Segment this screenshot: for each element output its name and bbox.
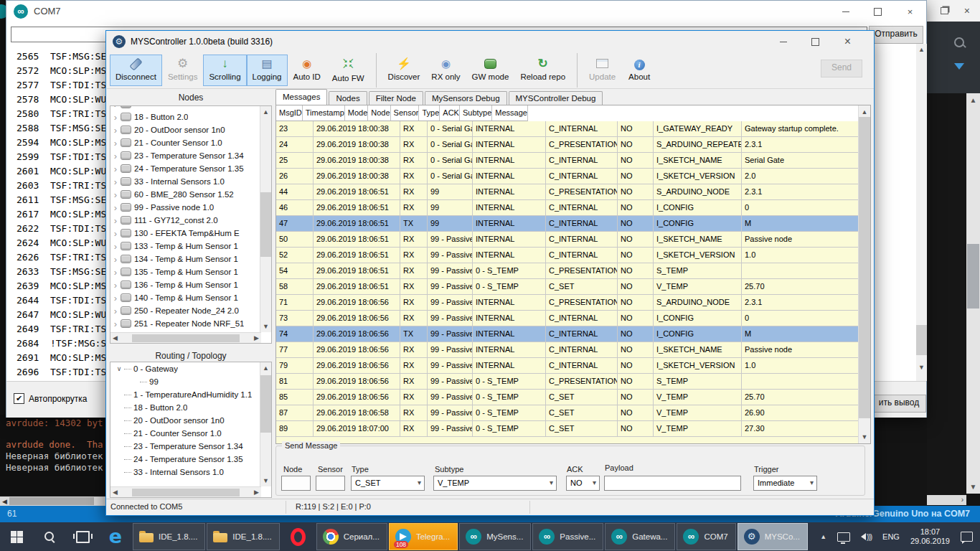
scrollbar-thumb[interactable] bbox=[916, 325, 927, 355]
expand-icon[interactable]: › bbox=[111, 125, 120, 136]
toolbar-button[interactable]: Settings bbox=[162, 55, 204, 86]
table-vertical-scrollbar[interactable]: ▲ ▼ bbox=[858, 105, 870, 443]
search-button[interactable] bbox=[33, 522, 66, 551]
scroll-left-icon[interactable]: ◀ bbox=[0, 498, 9, 505]
close-button[interactable]: × bbox=[894, 1, 926, 22]
node-tree-item[interactable]: › 250 - Repeater Node_24 2.0 bbox=[111, 304, 260, 317]
node-tree-item[interactable]: › 136 - Temp & Hum Sensor 1 bbox=[111, 278, 260, 291]
routing-tree-item[interactable]: 1 - TemperatureAndHumidity 1.1 bbox=[111, 388, 260, 401]
table-row[interactable]: 46 29.06.2019 18:06:51 RX 99 INTERNAL C_… bbox=[276, 200, 859, 216]
node-tree-item[interactable]: › 134 - Temp & Hum Sensor 1 bbox=[111, 253, 260, 265]
node-tree-item[interactable]: › 60 - BME_280 Sensor 1.52 bbox=[111, 188, 260, 201]
clear-output-button[interactable]: ить вывод bbox=[872, 395, 926, 413]
routing-tree-item[interactable]: 99 bbox=[111, 375, 260, 388]
node-tree-item[interactable]: › 251 - Repeater Node NRF_51 bbox=[111, 317, 260, 330]
table-row[interactable]: 73 29.06.2019 18:06:56 RX 99 - Passive n… bbox=[276, 311, 859, 326]
column-header[interactable]: Sensor bbox=[391, 105, 420, 121]
expand-icon[interactable]: › bbox=[111, 105, 120, 110]
node-field[interactable] bbox=[281, 476, 311, 491]
toolbar-button[interactable]: Reload repo bbox=[514, 55, 571, 86]
network-icon[interactable] bbox=[837, 532, 850, 542]
column-header[interactable]: ACK bbox=[440, 105, 460, 121]
node-tree-item[interactable]: › 140 - Temp & Hum Sensor 1 bbox=[111, 291, 260, 304]
taskbar-app-button[interactable]: Telegra... 108 bbox=[389, 523, 458, 550]
routing-tree-item[interactable]: 33 - Internal Sensors 1.0 bbox=[111, 466, 260, 479]
routing-tree-item[interactable]: 20 - OutDoor sensor 1n0 bbox=[111, 414, 260, 427]
edge-button[interactable]: e bbox=[99, 522, 132, 551]
close-button[interactable]: × bbox=[831, 31, 864, 52]
send-button[interactable]: Send bbox=[821, 60, 862, 77]
taskbar-app-button[interactable]: Gatewa... bbox=[605, 523, 675, 550]
table-row[interactable]: 23 29.06.2019 18:00:38 RX 0 - Serial Gat… bbox=[276, 121, 859, 137]
scroll-down-icon[interactable]: ▼ bbox=[260, 477, 271, 484]
expand-icon[interactable]: › bbox=[111, 280, 120, 291]
routing-tree-item[interactable]: 18 - Button 2.0 bbox=[111, 401, 260, 414]
serial-vertical-scrollbar[interactable]: ▲ ▼ bbox=[916, 44, 927, 381]
taskbar-app-button[interactable]: IDE_1.8.... bbox=[207, 523, 279, 550]
scrollbar-thumb[interactable] bbox=[967, 244, 979, 309]
table-row[interactable]: 44 29.06.2019 18:06:51 RX 99 INTERNAL C_… bbox=[276, 184, 859, 200]
toolbar-button[interactable]: GW mode bbox=[466, 55, 515, 86]
titlebar[interactable]: ∞ COM7 × bbox=[6, 1, 926, 22]
expand-icon[interactable]: › bbox=[111, 306, 120, 316]
table-row[interactable]: 79 29.06.2019 18:06:56 RX 99 - Passive n… bbox=[276, 358, 859, 374]
expand-icon[interactable]: › bbox=[111, 176, 120, 187]
scroll-down-icon[interactable]: ▼ bbox=[260, 323, 271, 330]
node-tree-item[interactable]: › 135 - Temp & Hum Sensor 1 bbox=[111, 265, 260, 278]
scroll-right-icon[interactable]: ▶ bbox=[254, 489, 259, 496]
column-header[interactable]: Timestamp bbox=[303, 105, 345, 121]
type-select[interactable]: C_SET bbox=[351, 476, 425, 491]
table-row[interactable]: 26 29.06.2019 18:00:38 RX 0 - Serial Gat… bbox=[276, 169, 859, 184]
taskbar-app-button[interactable]: MYSCo... bbox=[738, 523, 808, 550]
table-row[interactable]: 47 29.06.2019 18:06:51 TX 99 INTERNAL C_… bbox=[276, 216, 859, 232]
node-tree-item[interactable]: › 130 - EFEKTA Temp&Hum E bbox=[111, 227, 260, 240]
column-header[interactable]: Subtype bbox=[460, 105, 492, 121]
payload-field[interactable] bbox=[604, 476, 741, 491]
toolbar-button[interactable]: Discover bbox=[382, 55, 426, 86]
table-row[interactable]: 52 29.06.2019 18:06:51 RX 99 - Passive n… bbox=[276, 248, 859, 263]
expand-icon[interactable]: › bbox=[111, 189, 120, 200]
expand-icon[interactable]: › bbox=[111, 138, 120, 149]
toolbar-button[interactable]: Disconnect bbox=[110, 55, 162, 86]
taskbar-app-button[interactable]: COM7 bbox=[677, 523, 735, 550]
column-header[interactable]: Type bbox=[419, 105, 440, 121]
expand-icon[interactable]: › bbox=[111, 215, 120, 226]
toolbar-button[interactable]: Auto FW bbox=[326, 55, 370, 86]
restore-icon[interactable] bbox=[941, 7, 948, 14]
maximize-button[interactable] bbox=[799, 31, 831, 52]
node-tree-item[interactable]: › 21 - Counter Sensor 1.0 bbox=[111, 136, 260, 149]
scrollbar-thumb[interactable] bbox=[132, 489, 240, 496]
task-view-button[interactable] bbox=[66, 522, 99, 551]
node-tree-item[interactable]: › 23 - Temperature Sensor 1.34 bbox=[111, 149, 260, 162]
start-button[interactable] bbox=[0, 522, 33, 551]
table-row[interactable]: 89 29.06.2019 18:07:00 RX 99 - Passive n… bbox=[276, 421, 859, 437]
ack-select[interactable]: NO bbox=[566, 476, 600, 491]
trigger-select[interactable]: Immediate bbox=[753, 476, 817, 491]
taskbar-app-button[interactable]: Сериал... bbox=[316, 523, 387, 550]
node-tree-item[interactable]: › 111 - GY712_const 2.0 bbox=[111, 214, 260, 227]
expand-icon[interactable]: › bbox=[111, 112, 120, 123]
table-header[interactable]: MsgID Timestamp Mode Node Sensor Type AC… bbox=[276, 105, 859, 121]
node-tree-item[interactable]: › 99 - Passive node 1.0 bbox=[111, 201, 260, 214]
table-row[interactable]: 50 29.06.2019 18:06:51 RX 99 - Passive n… bbox=[276, 232, 859, 248]
language-indicator[interactable]: ENG bbox=[882, 532, 900, 541]
scroll-up-icon[interactable]: ▲ bbox=[859, 108, 870, 116]
toolbar-button[interactable]: RX only bbox=[425, 55, 466, 86]
tab[interactable]: MYSController Debug bbox=[509, 91, 603, 105]
toolbar-button[interactable]: Update bbox=[583, 55, 621, 86]
column-header[interactable]: MsgID bbox=[276, 105, 303, 121]
taskbar-app-button[interactable]: Passive... bbox=[532, 523, 603, 550]
tab[interactable]: Filter Node bbox=[369, 91, 423, 105]
close-icon[interactable]: × bbox=[964, 6, 970, 16]
column-header[interactable]: Node bbox=[368, 105, 390, 121]
console-horizontal-scrollbar[interactable]: ◀ bbox=[0, 496, 106, 506]
expand-icon[interactable]: › bbox=[111, 151, 120, 161]
node-tree-item[interactable]: › 33 - Internal Sensors 1.0 bbox=[111, 175, 260, 188]
node-tree-item[interactable]: › 18 - Button 2.0 bbox=[111, 110, 260, 123]
expand-icon[interactable]: › bbox=[111, 254, 120, 265]
volume-icon[interactable]: ))) bbox=[861, 533, 872, 541]
scrollbar-thumb[interactable] bbox=[260, 192, 271, 257]
tab[interactable]: Nodes bbox=[329, 91, 367, 105]
horizontal-scrollbar[interactable]: ◀ ▶ bbox=[110, 486, 261, 497]
toolbar-button[interactable]: About bbox=[621, 55, 657, 86]
